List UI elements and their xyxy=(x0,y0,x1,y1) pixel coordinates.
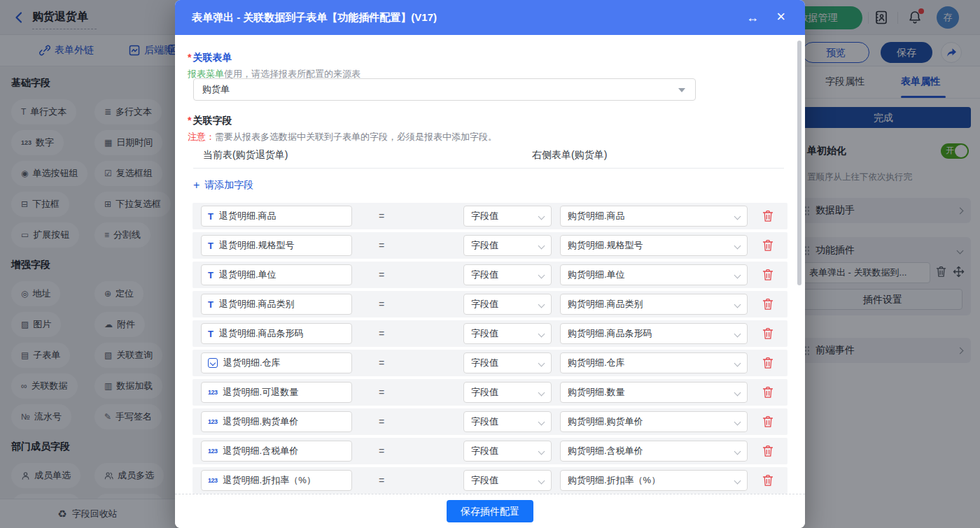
right-field-select[interactable]: 购货明细.仓库 xyxy=(560,352,748,373)
label-text: 关联表单 xyxy=(192,52,232,63)
right-field-label: 购货明细.商品类别 xyxy=(568,299,643,309)
value-type-label: 字段值 xyxy=(471,387,498,397)
value-type-label: 字段值 xyxy=(471,211,498,221)
left-field-box[interactable]: T退货明细.商品 xyxy=(201,206,352,227)
field-mapping-row: T退货明细.商品条形码 = 字段值 购货明细.商品条形码 xyxy=(192,320,788,347)
text-field-icon: T xyxy=(208,241,214,250)
left-field-box[interactable]: 123退货明细.含税单价 xyxy=(201,441,352,462)
left-field-box[interactable]: 123退货明细.折扣率（%） xyxy=(201,470,352,491)
left-field-label: 退货明细.购货单价 xyxy=(223,415,299,428)
chevron-down-icon xyxy=(734,478,741,485)
text-field-icon: T xyxy=(208,271,214,280)
field-mapping-row: T退货明细.单位 = 字段值 购货明细.单位 xyxy=(192,262,788,288)
plus-icon: + xyxy=(193,179,200,192)
right-field-select[interactable]: 购货明细.商品条形码 xyxy=(560,323,748,344)
text-field-icon: T xyxy=(208,212,214,221)
right-field-select[interactable]: 购货明细.单位 xyxy=(560,264,748,285)
value-type-select[interactable]: 字段值 xyxy=(463,264,552,285)
right-field-select[interactable]: 购货明细.数量 xyxy=(560,382,748,403)
right-field-label: 购货明细.含税单价 xyxy=(568,445,643,456)
left-field-label: 退货明细.含税单价 xyxy=(223,445,299,457)
right-field-select[interactable]: 购货明细.商品类别 xyxy=(560,294,748,315)
value-type-label: 字段值 xyxy=(471,445,498,456)
equals-sign: = xyxy=(373,240,390,251)
chevron-down-icon xyxy=(734,419,741,426)
close-icon[interactable]: × xyxy=(776,8,785,26)
left-field-label: 退货明细.商品条形码 xyxy=(219,327,304,340)
value-type-select[interactable]: 字段值 xyxy=(463,294,552,315)
right-field-select[interactable]: 购货明细.规格型号 xyxy=(560,235,748,256)
chevron-down-icon xyxy=(538,448,545,455)
delete-row-icon[interactable] xyxy=(762,386,774,399)
chevron-down-icon xyxy=(538,301,545,308)
source-form-select[interactable]: 购货单 xyxy=(193,78,696,101)
field-mapping-row: T退货明细.商品 = 字段值 购货明细.商品 xyxy=(192,203,788,229)
value-type-label: 字段值 xyxy=(471,240,498,250)
right-field-select[interactable]: 购货明细.商品 xyxy=(560,206,748,227)
delete-row-icon[interactable] xyxy=(762,269,774,281)
chevron-down-icon xyxy=(538,272,545,279)
value-type-select[interactable]: 字段值 xyxy=(463,470,552,491)
right-field-select[interactable]: 购货明细.折扣率（%） xyxy=(560,470,748,491)
modal-body: *关联表单 报表菜单使用，请选择报表所配置的来源表 购货单 *关联字段 注意：需… xyxy=(175,35,805,494)
value-type-label: 字段值 xyxy=(471,357,498,368)
modal-scrollbar[interactable] xyxy=(797,41,802,285)
save-plugin-config-button[interactable]: 保存插件配置 xyxy=(447,500,533,522)
app-root: 购货退货单 数据管理 存 表单外链 后端脚本 预览 保存 基础字段 T单行文本 … xyxy=(0,0,980,528)
left-field-box[interactable]: T退货明细.商品类别 xyxy=(201,294,352,315)
equals-sign: = xyxy=(373,387,390,398)
modal-title: 表单弹出 - 关联数据到子表单【功能插件配置】(V17) xyxy=(192,11,437,24)
value-type-select[interactable]: 字段值 xyxy=(463,441,552,462)
chevron-down-icon xyxy=(734,448,741,455)
expand-icon[interactable]: ↔ xyxy=(746,9,759,26)
equals-sign: = xyxy=(373,211,390,222)
right-field-select[interactable]: 购货明细.含税单价 xyxy=(560,441,748,462)
left-field-label: 退货明细.可退数量 xyxy=(223,386,299,399)
column-header-divider xyxy=(193,168,784,169)
note-label: 注意： xyxy=(188,131,215,142)
value-type-select[interactable]: 字段值 xyxy=(463,206,552,227)
left-field-box[interactable]: 123退货明细.购货单价 xyxy=(201,411,352,432)
delete-row-icon[interactable] xyxy=(762,298,774,311)
delete-row-icon[interactable] xyxy=(762,210,774,222)
value-type-select[interactable]: 字段值 xyxy=(463,235,552,256)
left-field-box[interactable]: T退货明细.单位 xyxy=(201,264,352,285)
delete-row-icon[interactable] xyxy=(762,445,774,457)
number-field-icon: 123 xyxy=(208,390,218,396)
right-field-label: 购货明细.单位 xyxy=(568,269,625,280)
left-field-box[interactable]: T退货明细.规格型号 xyxy=(201,235,352,256)
value-type-select[interactable]: 字段值 xyxy=(463,411,552,432)
delete-row-icon[interactable] xyxy=(762,239,774,252)
delete-row-icon[interactable] xyxy=(762,474,774,487)
equals-sign: = xyxy=(373,416,390,427)
value-type-select[interactable]: 字段值 xyxy=(463,352,552,373)
number-field-icon: 123 xyxy=(208,448,218,455)
delete-row-icon[interactable] xyxy=(762,357,774,369)
add-field-link[interactable]: + 请添加字段 xyxy=(193,179,253,192)
chevron-down-icon xyxy=(538,419,545,426)
plugin-config-modal: 表单弹出 - 关联数据到子表单【功能插件配置】(V17) ↔ × *关联表单 报… xyxy=(175,0,805,528)
chevron-down-icon xyxy=(734,243,741,250)
value-type-label: 字段值 xyxy=(471,475,498,485)
value-type-select[interactable]: 字段值 xyxy=(463,382,552,403)
field-mapping-row: 123退货明细.可退数量 = 字段值 购货明细.数量 xyxy=(192,379,788,406)
left-field-box[interactable]: 123退货明细.可退数量 xyxy=(201,382,352,403)
left-field-box[interactable]: 退货明细.仓库 xyxy=(201,352,352,373)
chevron-down-icon xyxy=(734,272,741,279)
delete-row-icon[interactable] xyxy=(762,415,774,428)
equals-sign: = xyxy=(373,445,390,457)
right-field-select[interactable]: 购货明细.购货单价 xyxy=(560,411,748,432)
right-field-label: 购货明细.仓库 xyxy=(568,357,625,368)
equals-sign: = xyxy=(373,328,390,339)
chevron-down-icon xyxy=(734,360,741,367)
modal-header: 表单弹出 - 关联数据到子表单【功能插件配置】(V17) ↔ × xyxy=(175,0,805,35)
select-field-icon xyxy=(208,358,218,368)
chevron-down-icon xyxy=(734,390,741,397)
text-field-icon: T xyxy=(208,329,214,338)
left-field-label: 退货明细.商品类别 xyxy=(219,298,295,311)
delete-row-icon[interactable] xyxy=(762,327,774,340)
value-type-label: 字段值 xyxy=(471,299,498,309)
left-field-box[interactable]: T退货明细.商品条形码 xyxy=(201,323,352,344)
field-mapping-row: T退货明细.规格型号 = 字段值 购货明细.规格型号 xyxy=(192,232,788,259)
value-type-select[interactable]: 字段值 xyxy=(463,323,552,344)
